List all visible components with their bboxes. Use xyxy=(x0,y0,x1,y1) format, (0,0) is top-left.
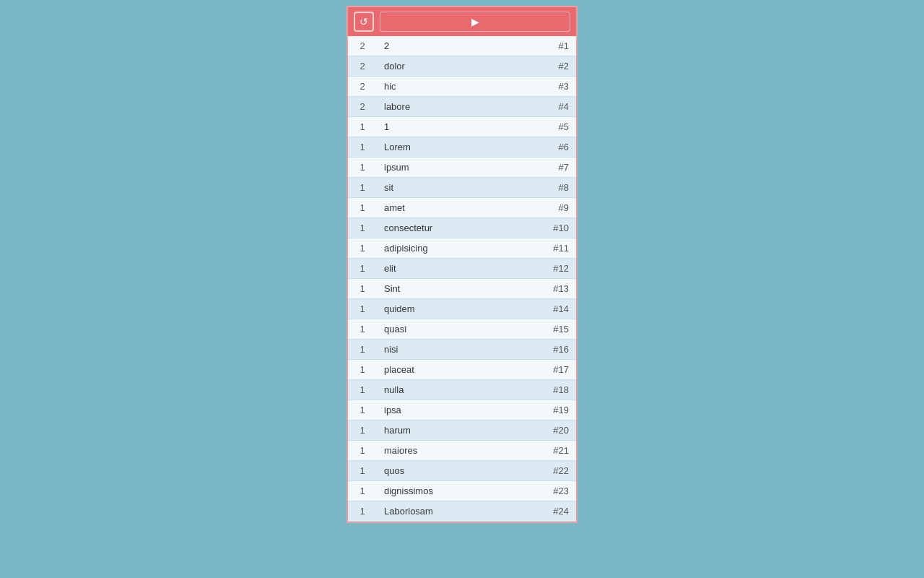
toolbar: ↺ ▶ xyxy=(348,7,576,36)
table-row: 1 nisi #16 xyxy=(348,340,576,360)
row-label: quasi xyxy=(377,319,544,340)
row-rank: #7 xyxy=(544,158,576,178)
table-row: 1 placeat #17 xyxy=(348,360,576,380)
row-rank: #14 xyxy=(544,299,576,319)
row-label: quos xyxy=(377,461,544,481)
row-count: 1 xyxy=(348,501,377,522)
row-label: dolor xyxy=(377,56,544,77)
row-rank: #4 xyxy=(544,97,576,117)
row-label: labore xyxy=(377,97,544,117)
table-row: 1 sit #8 xyxy=(348,178,576,198)
row-rank: #21 xyxy=(544,441,576,461)
table-row: 1 ipsa #19 xyxy=(348,400,576,420)
row-count: 1 xyxy=(348,259,377,279)
row-rank: #24 xyxy=(544,501,576,522)
row-count: 1 xyxy=(348,178,377,198)
row-count: 1 xyxy=(348,380,377,400)
table-row: 2 dolor #2 xyxy=(348,56,576,77)
row-label: sit xyxy=(377,178,544,198)
row-label: 1 xyxy=(377,117,544,137)
row-rank: #3 xyxy=(544,77,576,97)
table-row: 1 Laboriosam #24 xyxy=(348,501,576,522)
table-row: 1 quasi #15 xyxy=(348,319,576,340)
row-count: 1 xyxy=(348,137,377,158)
table-row: 2 2 #1 xyxy=(348,36,576,56)
row-count: 1 xyxy=(348,279,377,299)
row-label: harum xyxy=(377,420,544,441)
row-label: Lorem xyxy=(377,137,544,158)
row-rank: #12 xyxy=(544,259,576,279)
row-rank: #20 xyxy=(544,420,576,441)
row-label: ipsum xyxy=(377,158,544,178)
row-count: 1 xyxy=(348,461,377,481)
row-count: 1 xyxy=(348,117,377,137)
table-row: 1 quos #22 xyxy=(348,461,576,481)
row-rank: #15 xyxy=(544,319,576,340)
table-row: 1 Sint #13 xyxy=(348,279,576,299)
table-row: 1 amet #9 xyxy=(348,198,576,218)
table-row: 1 elit #12 xyxy=(348,259,576,279)
table-row: 1 quidem #14 xyxy=(348,299,576,319)
row-rank: #10 xyxy=(544,218,576,238)
row-count: 2 xyxy=(348,56,377,77)
row-rank: #18 xyxy=(544,380,576,400)
row-label: dignissimos xyxy=(377,481,544,501)
table-row: 2 labore #4 xyxy=(348,97,576,117)
row-label: quidem xyxy=(377,299,544,319)
row-label: maiores xyxy=(377,441,544,461)
row-rank: #9 xyxy=(544,198,576,218)
main-panel: ↺ ▶ 2 2 #1 2 dolor #2 2 hic #3 2 labore … xyxy=(346,6,578,523)
row-count: 1 xyxy=(348,441,377,461)
row-count: 1 xyxy=(348,360,377,380)
row-count: 1 xyxy=(348,400,377,420)
row-label: 2 xyxy=(377,36,544,56)
row-count: 1 xyxy=(348,158,377,178)
row-rank: #22 xyxy=(544,461,576,481)
row-rank: #17 xyxy=(544,360,576,380)
row-label: elit xyxy=(377,259,544,279)
row-label: adipisicing xyxy=(377,238,544,259)
table-row: 1 dignissimos #23 xyxy=(348,481,576,501)
row-count: 1 xyxy=(348,319,377,340)
row-count: 2 xyxy=(348,77,377,97)
row-label: consectetur xyxy=(377,218,544,238)
row-rank: #11 xyxy=(544,238,576,259)
row-count: 2 xyxy=(348,97,377,117)
nav-forward-button[interactable]: ▶ xyxy=(380,12,570,32)
row-label: ipsa xyxy=(377,400,544,420)
row-count: 1 xyxy=(348,238,377,259)
row-label: Sint xyxy=(377,279,544,299)
row-label: hic xyxy=(377,77,544,97)
table-row: 1 harum #20 xyxy=(348,420,576,441)
table-row: 1 1 #5 xyxy=(348,117,576,137)
row-rank: #1 xyxy=(544,36,576,56)
row-rank: #8 xyxy=(544,178,576,198)
row-rank: #19 xyxy=(544,400,576,420)
row-count: 1 xyxy=(348,198,377,218)
row-label: Laboriosam xyxy=(377,501,544,522)
table-row: 1 maiores #21 xyxy=(348,441,576,461)
row-rank: #16 xyxy=(544,340,576,360)
row-rank: #23 xyxy=(544,481,576,501)
row-label: placeat xyxy=(377,360,544,380)
table-row: 1 nulla #18 xyxy=(348,380,576,400)
row-count: 1 xyxy=(348,299,377,319)
table-row: 1 ipsum #7 xyxy=(348,158,576,178)
row-count: 1 xyxy=(348,218,377,238)
row-rank: #2 xyxy=(544,56,576,77)
row-label: nulla xyxy=(377,380,544,400)
row-rank: #13 xyxy=(544,279,576,299)
row-label: amet xyxy=(377,198,544,218)
table-row: 2 hic #3 xyxy=(348,77,576,97)
row-count: 2 xyxy=(348,36,377,56)
table-row: 1 Lorem #6 xyxy=(348,137,576,158)
row-count: 1 xyxy=(348,481,377,501)
row-rank: #6 xyxy=(544,137,576,158)
row-rank: #5 xyxy=(544,117,576,137)
row-count: 1 xyxy=(348,420,377,441)
row-count: 1 xyxy=(348,340,377,360)
data-table: 2 2 #1 2 dolor #2 2 hic #3 2 labore #4 1… xyxy=(348,36,576,522)
table-row: 1 consectetur #10 xyxy=(348,218,576,238)
row-label: nisi xyxy=(377,340,544,360)
refresh-button[interactable]: ↺ xyxy=(354,12,374,32)
